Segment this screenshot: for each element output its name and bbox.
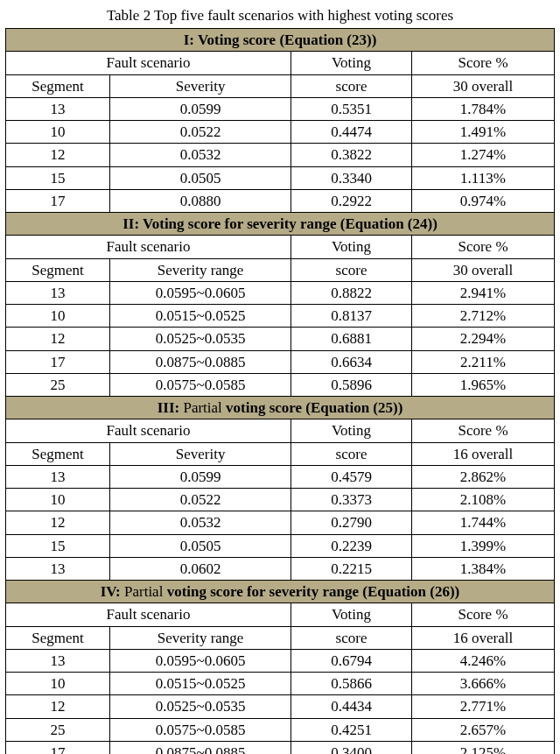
cell-score-pct: 1.965% — [411, 373, 554, 396]
cell-severity: 0.0525~0.0535 — [110, 695, 291, 718]
header-segment: Segment — [6, 626, 110, 649]
header-score-pct: Score % — [411, 603, 554, 626]
table-row: 130.05990.53511.784% — [6, 97, 555, 120]
cell-severity: 0.0595~0.0605 — [110, 649, 291, 672]
cell-segment: 13 — [6, 465, 110, 488]
header-voting-sub: score — [291, 626, 412, 649]
cell-score-pct: 1.113% — [411, 166, 554, 189]
table-row: 100.0515~0.05250.81372.712% — [6, 305, 555, 328]
cell-severity: 0.0525~0.0535 — [110, 328, 291, 350]
cell-severity: 0.0522 — [110, 121, 291, 144]
header-voting-sub: score — [291, 258, 412, 281]
header-voting: Voting — [291, 52, 412, 74]
cell-voting-score: 0.6794 — [291, 649, 412, 672]
header-fault-scenario: Fault scenario — [6, 419, 291, 442]
cell-voting-score: 0.5351 — [291, 97, 412, 120]
table-row: 130.05990.45792.862% — [6, 465, 555, 488]
header-severity: Severity range — [110, 626, 291, 649]
cell-voting-score: 0.2239 — [291, 534, 412, 557]
cell-score-pct: 2.712% — [411, 305, 554, 328]
cell-voting-score: 0.4579 — [291, 465, 412, 488]
header-voting-sub: score — [291, 442, 412, 465]
cell-score-pct: 2.108% — [411, 489, 554, 511]
cell-severity: 0.0505 — [110, 534, 291, 557]
cell-voting-score: 0.3340 — [291, 166, 412, 189]
section-header: II: Voting score for severity range (Equ… — [6, 213, 555, 236]
header-voting-sub: score — [291, 74, 412, 97]
cell-score-pct: 2.862% — [411, 465, 554, 488]
cell-severity: 0.0599 — [110, 97, 291, 120]
section-header: I: Voting score (Equation (23)) — [6, 29, 555, 52]
section-prefix: IV: — [101, 583, 124, 600]
header-overall: 30 overall — [411, 74, 554, 97]
cell-segment: 13 — [6, 281, 110, 304]
cell-severity: 0.0522 — [110, 489, 291, 511]
cell-voting-score: 0.3373 — [291, 489, 412, 511]
cell-severity: 0.0532 — [110, 511, 291, 534]
cell-severity: 0.0595~0.0605 — [110, 281, 291, 304]
cell-segment: 25 — [6, 373, 110, 396]
cell-segment: 17 — [6, 350, 110, 373]
header-segment: Segment — [6, 74, 110, 97]
cell-segment: 12 — [6, 328, 110, 350]
cell-segment: 12 — [6, 695, 110, 718]
cell-voting-score: 0.5866 — [291, 673, 412, 695]
table-row: 250.0575~0.05850.42512.657% — [6, 718, 555, 741]
table-row: 150.05050.22391.399% — [6, 534, 555, 557]
cell-voting-score: 0.4474 — [291, 121, 412, 144]
cell-segment: 15 — [6, 534, 110, 557]
cell-score-pct: 2.657% — [411, 718, 554, 741]
section-prefix: I: — [184, 32, 198, 48]
table-row: 100.0515~0.05250.58663.666% — [6, 673, 555, 695]
cell-severity: 0.0575~0.0585 — [110, 373, 291, 396]
cell-voting-score: 0.8822 — [291, 281, 412, 304]
table-row: 130.06020.22151.384% — [6, 557, 555, 580]
section-title: voting score for severity range (Equatio… — [167, 583, 460, 600]
table-row: 100.05220.33732.108% — [6, 489, 555, 511]
cell-voting-score: 0.4251 — [291, 718, 412, 741]
cell-severity: 0.0875~0.0885 — [110, 350, 291, 373]
table-row: 170.08800.29220.974% — [6, 189, 555, 212]
table-row: 120.0525~0.05350.68812.294% — [6, 328, 555, 350]
table-row: 130.0595~0.06050.67944.246% — [6, 649, 555, 672]
cell-segment: 10 — [6, 305, 110, 328]
table-row: 120.05320.38221.274% — [6, 144, 555, 166]
table-caption: Table 2 Top five fault scenarios with hi… — [5, 7, 555, 25]
cell-voting-score: 0.6634 — [291, 350, 412, 373]
header-score-pct: Score % — [411, 236, 554, 258]
cell-score-pct: 1.399% — [411, 534, 554, 557]
header-voting: Voting — [291, 419, 412, 442]
cell-segment: 10 — [6, 489, 110, 511]
cell-segment: 25 — [6, 718, 110, 741]
section-title: Voting score for severity range (Equatio… — [143, 215, 438, 232]
cell-severity: 0.0515~0.0525 — [110, 305, 291, 328]
cell-score-pct: 1.491% — [411, 121, 554, 144]
section-title: Voting score (Equation (23)) — [198, 32, 376, 48]
header-overall: 16 overall — [411, 442, 554, 465]
cell-score-pct: 2.941% — [411, 281, 554, 304]
table-row: 170.0875~0.08850.66342.211% — [6, 350, 555, 373]
cell-segment: 17 — [6, 189, 110, 212]
cell-score-pct: 2.125% — [411, 741, 554, 754]
cell-segment: 12 — [6, 144, 110, 166]
cell-voting-score: 0.3400 — [291, 741, 412, 754]
cell-segment: 13 — [6, 557, 110, 580]
table-row: 100.05220.44741.491% — [6, 121, 555, 144]
section-prefix: II: — [122, 215, 143, 232]
header-fault-scenario: Fault scenario — [6, 236, 291, 258]
cell-segment: 12 — [6, 511, 110, 534]
cell-severity: 0.0875~0.0885 — [110, 741, 291, 754]
header-fault-scenario: Fault scenario — [6, 603, 291, 626]
cell-voting-score: 0.8137 — [291, 305, 412, 328]
fault-scenarios-table: I: Voting score (Equation (23))Fault sce… — [5, 28, 555, 754]
cell-score-pct: 3.666% — [411, 673, 554, 695]
header-severity: Severity — [110, 442, 291, 465]
cell-score-pct: 1.784% — [411, 97, 554, 120]
section-partial-word: Partial — [124, 583, 167, 600]
cell-score-pct: 0.974% — [411, 189, 554, 212]
cell-severity: 0.0505 — [110, 166, 291, 189]
section-prefix: III: — [158, 399, 184, 416]
header-fault-scenario: Fault scenario — [6, 52, 291, 74]
header-segment: Segment — [6, 258, 110, 281]
cell-voting-score: 0.2922 — [291, 189, 412, 212]
